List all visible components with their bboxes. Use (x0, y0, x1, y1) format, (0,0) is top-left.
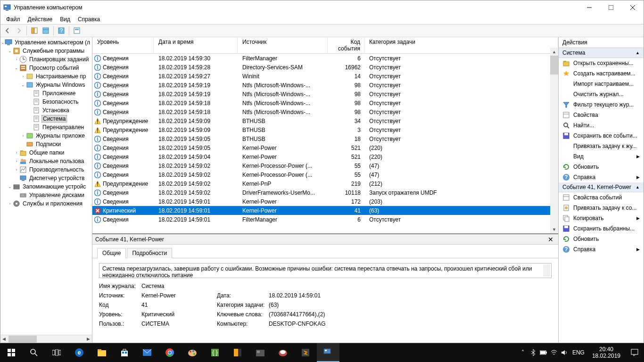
maximize-button[interactable] (600, 0, 622, 15)
expand-icon[interactable]: ⌄ (0, 40, 5, 45)
tab-general[interactable]: Общие (97, 248, 126, 258)
action-item[interactable]: Создать настраиваем... (559, 68, 644, 79)
tree-node-настраиваемые-пр[interactable]: ›Настраиваемые пр (0, 72, 92, 81)
tree-node-приложение[interactable]: Приложение (0, 89, 92, 98)
action-item[interactable]: Обновить (559, 162, 644, 172)
expand-icon[interactable]: › (20, 74, 26, 79)
taskview-button[interactable] (45, 343, 68, 362)
event-row[interactable]: iСведения18.02.2019 14:59:02DriverFramew… (92, 188, 558, 197)
tree-node-система[interactable]: Система (0, 115, 92, 123)
expand-icon[interactable]: › (14, 159, 19, 164)
event-row[interactable]: !Предупреждение18.02.2019 14:59:09BTHUSB… (92, 125, 558, 134)
taskbar-app-edge[interactable]: e (68, 343, 91, 362)
col-category[interactable]: Категория задачи (364, 37, 558, 53)
event-row[interactable]: iСведения18.02.2019 14:59:19Ntfs (Micros… (92, 81, 558, 90)
event-row[interactable]: !Предупреждение18.02.2019 14:59:09BTHUSB… (92, 116, 558, 125)
taskbar-app-chrome[interactable] (158, 343, 181, 362)
event-row[interactable]: iСведения18.02.2019 14:59:30FilterManage… (92, 54, 558, 63)
col-source[interactable]: Источник (238, 37, 328, 53)
menu-view[interactable]: Вид (56, 15, 74, 24)
col-date[interactable]: Дата и время (154, 37, 238, 53)
action-item[interactable]: Обновить (559, 234, 644, 244)
message-scrollbar[interactable] (543, 264, 550, 277)
action-item[interactable]: Сохранить все событи... (559, 131, 644, 141)
taskbar-app-mmc[interactable] (317, 343, 339, 362)
taskbar-app-code[interactable]: { } (204, 343, 226, 362)
expand-icon[interactable]: › (14, 57, 19, 62)
tree-node-планировщик-заданий[interactable]: ›Планировщик заданий (0, 55, 92, 64)
action-item[interactable]: Привязать задачу к со... (559, 203, 644, 213)
taskbar-app-paint[interactable] (181, 343, 204, 362)
action-item[interactable]: Фильтр текущего жур... (559, 99, 644, 110)
menu-action[interactable]: Действие (24, 15, 57, 24)
actions-section-system[interactable]: Система ▲ (559, 48, 644, 58)
event-row[interactable]: iСведения18.02.2019 14:59:05Kernel-Power… (92, 143, 558, 152)
expand-icon[interactable]: ⌄ (7, 184, 13, 189)
tray-chevron-icon[interactable]: ˄ (518, 343, 528, 362)
nav-back-button[interactable] (2, 25, 13, 36)
tray-volume-icon[interactable] (559, 343, 570, 362)
event-row[interactable]: iСведения18.02.2019 14:59:02Kernel-Proce… (92, 161, 558, 170)
extra-button[interactable] (72, 25, 82, 36)
action-item[interactable]: Свойства событий (559, 192, 644, 203)
scrollbar-thumb[interactable] (8, 336, 37, 343)
event-row[interactable]: iСведения18.02.2019 14:59:02Kernel-Proce… (92, 170, 558, 179)
tree-node-безопасность[interactable]: Безопасность (0, 98, 92, 106)
event-row[interactable]: iСведения18.02.2019 14:59:18Ntfs (Micros… (92, 107, 558, 116)
tab-details[interactable]: Подробности (127, 248, 172, 258)
col-level[interactable]: Уровень (92, 37, 154, 53)
taskbar-app-generic1[interactable] (226, 343, 249, 362)
tree-node-службы-и-приложения[interactable]: ›Службы и приложения (0, 199, 92, 208)
action-item[interactable]: Вид▶ (559, 151, 644, 162)
language-indicator[interactable]: ENG (570, 349, 587, 356)
event-row[interactable]: iСведения18.02.2019 14:59:01Kernel-Power… (92, 197, 558, 206)
minimize-button[interactable] (578, 0, 600, 15)
taskbar-app-explorer[interactable] (91, 343, 113, 362)
action-item[interactable]: ?Справка▶ (559, 244, 644, 255)
menu-help[interactable]: Справка (74, 15, 104, 24)
tray-battery-icon[interactable] (538, 343, 549, 362)
notifications-button[interactable] (625, 343, 644, 362)
search-button[interactable] (23, 343, 45, 362)
tree-node-управление-компьютером-(л[interactable]: ⌄Управление компьютером (л (0, 38, 92, 47)
expand-icon[interactable]: ⌄ (14, 66, 19, 70)
tray-wifi-icon[interactable] (549, 343, 559, 362)
nav-forward-button[interactable] (14, 25, 24, 36)
expand-icon[interactable]: › (14, 150, 19, 155)
tray-bluetooth-icon[interactable] (528, 343, 538, 362)
actions-section-event[interactable]: Событие 41, Kernel-Power ▲ (559, 182, 644, 192)
tree-node-просмотр-событий[interactable]: ⌄Просмотр событий (0, 64, 92, 72)
event-row[interactable]: iСведения18.02.2019 14:59:28Directory-Se… (92, 63, 558, 72)
menu-file[interactable]: Файл (2, 15, 24, 24)
tree-node-журналы-приложе[interactable]: ›Журналы приложе (0, 132, 92, 140)
tree-node-управление-дисками[interactable]: Управление дисками (0, 191, 92, 199)
action-item[interactable]: Импорт настраиваем... (559, 79, 644, 89)
tree-node-общие-папки[interactable]: ›Общие папки (0, 148, 92, 157)
tree-node-запоминающие-устройс[interactable]: ⌄Запоминающие устройс (0, 182, 92, 191)
tree-node-диспетчер-устройств[interactable]: Диспетчер устройств (0, 174, 92, 182)
show-hide-button[interactable] (29, 25, 40, 36)
tree-horizontal-scrollbar[interactable]: ◀ ▶ (0, 335, 92, 343)
taskbar-clock[interactable]: 20:40 18.02.2019 (587, 346, 625, 360)
event-row[interactable]: iСведения18.02.2019 14:59:27Wininit14Отс… (92, 72, 558, 81)
expand-icon[interactable]: ⌄ (20, 82, 26, 87)
tree-node-локальные-пользова[interactable]: ›Локальные пользова (0, 157, 92, 165)
action-item[interactable]: Очистить журнал... (559, 89, 644, 99)
start-button[interactable] (0, 343, 23, 362)
taskbar-app-sublime[interactable] (294, 343, 317, 362)
event-row[interactable]: iСведения18.02.2019 14:59:01FilterManage… (92, 215, 558, 224)
action-item[interactable]: ?Справка▶ (559, 172, 644, 182)
event-row[interactable]: iСведения18.02.2019 14:59:04Kernel-Power… (92, 152, 558, 161)
event-row[interactable]: iСведения18.02.2019 14:59:18Ntfs (Micros… (92, 99, 558, 107)
event-row[interactable]: iСведения18.02.2019 14:59:05BTHUSB18Отсу… (92, 134, 558, 143)
help-button[interactable]: ? (56, 25, 66, 36)
action-item[interactable]: Сохранить выбранны... (559, 223, 644, 234)
detail-close-button[interactable]: ✕ (546, 236, 555, 243)
col-code[interactable]: Код события (328, 37, 364, 53)
tree-node-журналы-windows[interactable]: ⌄Журналы Windows (0, 81, 92, 89)
action-item[interactable]: Копировать▶ (559, 213, 644, 223)
event-row[interactable]: iСведения18.02.2019 14:59:19Ntfs (Micros… (92, 90, 558, 99)
expand-icon[interactable]: › (14, 167, 19, 172)
scrollbar-thumb[interactable] (550, 56, 558, 74)
tree-pane[interactable]: ⌄Управление компьютером (л⌄Служебные про… (0, 37, 92, 343)
